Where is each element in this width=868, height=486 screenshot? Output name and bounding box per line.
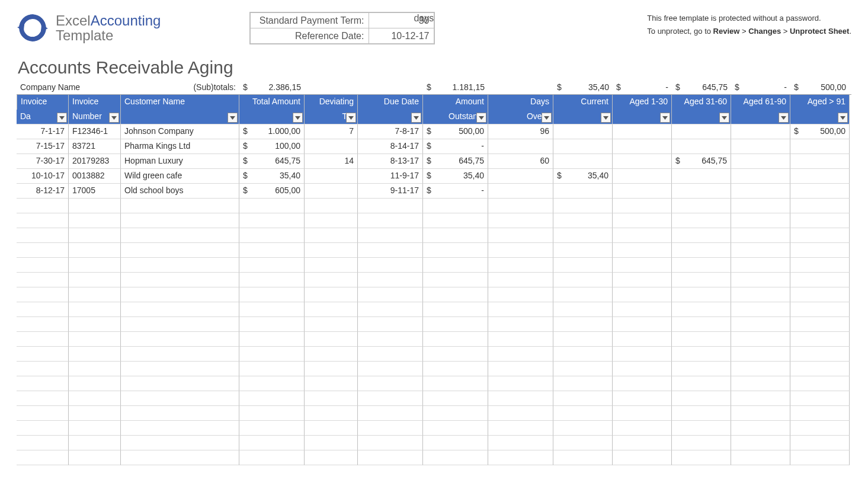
empty-cell[interactable] [613, 391, 672, 406]
empty-cell[interactable] [731, 273, 790, 287]
empty-cell[interactable] [423, 302, 488, 317]
cell-outstanding[interactable]: $35,40 [423, 169, 488, 184]
hdr2-c6[interactable]: Outstandi [423, 110, 488, 124]
filter-c5[interactable] [411, 113, 421, 123]
empty-cell[interactable] [358, 347, 423, 362]
empty-cell[interactable] [121, 406, 239, 421]
empty-cell[interactable] [305, 302, 358, 317]
cell-due-date[interactable]: 7-8-17 [358, 124, 423, 139]
empty-cell[interactable] [488, 258, 553, 273]
empty-cell[interactable] [358, 421, 423, 436]
empty-cell[interactable] [239, 436, 305, 450]
empty-cell[interactable] [358, 362, 423, 376]
empty-cell[interactable] [731, 406, 790, 421]
empty-cell[interactable] [423, 317, 488, 332]
empty-cell[interactable] [121, 317, 239, 332]
empty-cell[interactable] [121, 421, 239, 436]
empty-cell[interactable] [553, 362, 613, 376]
empty-cell[interactable] [305, 273, 358, 287]
empty-cell[interactable] [553, 436, 613, 450]
hdr2-c5[interactable] [358, 110, 423, 124]
empty-cell[interactable] [358, 258, 423, 273]
empty-cell[interactable] [121, 436, 239, 450]
empty-cell[interactable] [613, 406, 672, 421]
empty-cell[interactable] [358, 287, 423, 302]
empty-cell[interactable] [731, 450, 790, 465]
empty-cell[interactable] [305, 347, 358, 362]
empty-cell[interactable] [613, 302, 672, 317]
cell-customer[interactable]: Pharma Kings Ltd [121, 139, 239, 154]
cell-overdue[interactable] [488, 139, 553, 154]
empty-cell[interactable] [17, 228, 69, 243]
empty-cell[interactable] [731, 317, 790, 332]
empty-cell[interactable] [423, 406, 488, 421]
cell-current[interactable]: $35,40 [553, 169, 613, 184]
empty-cell[interactable] [121, 258, 239, 273]
filter-c1[interactable] [109, 113, 119, 123]
empty-cell[interactable] [553, 391, 613, 406]
cell-overdue[interactable]: 96 [488, 124, 553, 139]
empty-cell[interactable] [121, 213, 239, 228]
filter-c6[interactable] [476, 113, 486, 123]
empty-cell[interactable] [672, 258, 731, 273]
empty-cell[interactable] [672, 436, 731, 450]
cell-customer[interactable]: Wild green cafe [121, 169, 239, 184]
empty-cell[interactable] [553, 243, 613, 258]
empty-cell[interactable] [613, 317, 672, 332]
empty-cell[interactable] [790, 317, 850, 332]
empty-cell[interactable] [358, 317, 423, 332]
filter-c0[interactable] [57, 113, 67, 123]
empty-cell[interactable] [305, 213, 358, 228]
hdr-total-amount[interactable]: Total Amount [239, 95, 305, 110]
empty-cell[interactable] [613, 332, 672, 347]
empty-cell[interactable] [239, 450, 305, 465]
cell-invoice-number[interactable]: 17005 [69, 184, 121, 199]
hdr2-c7[interactable]: Overd [488, 110, 553, 124]
cell-deviating[interactable] [305, 139, 358, 154]
hdr2-c4[interactable]: Ter [305, 110, 358, 124]
empty-cell[interactable] [488, 273, 553, 287]
empty-cell[interactable] [731, 391, 790, 406]
empty-cell[interactable] [790, 362, 850, 376]
cell-outstanding[interactable]: $645,75 [423, 154, 488, 169]
empty-cell[interactable] [790, 213, 850, 228]
cell-current[interactable] [553, 184, 613, 199]
empty-cell[interactable] [613, 228, 672, 243]
empty-cell[interactable] [790, 406, 850, 421]
cell-aged-1-30[interactable] [613, 139, 672, 154]
empty-cell[interactable] [731, 213, 790, 228]
empty-cell[interactable] [731, 243, 790, 258]
hdr-aged-61-90[interactable]: Aged 61-90 [731, 95, 790, 110]
cell-aged-61-90[interactable] [731, 139, 790, 154]
cell-customer[interactable]: Hopman Luxury [121, 154, 239, 169]
cell-aged-31-60[interactable] [672, 124, 731, 139]
empty-cell[interactable] [239, 273, 305, 287]
empty-cell[interactable] [488, 421, 553, 436]
cell-current[interactable] [553, 124, 613, 139]
empty-cell[interactable] [790, 376, 850, 391]
filter-c8[interactable] [601, 113, 611, 123]
empty-cell[interactable] [553, 421, 613, 436]
empty-cell[interactable] [423, 421, 488, 436]
empty-cell[interactable] [672, 362, 731, 376]
empty-cell[interactable] [488, 347, 553, 362]
empty-cell[interactable] [423, 347, 488, 362]
empty-cell[interactable] [790, 347, 850, 362]
cell-due-date[interactable]: 11-9-17 [358, 169, 423, 184]
empty-cell[interactable] [672, 317, 731, 332]
empty-cell[interactable] [17, 347, 69, 362]
cell-aged-91[interactable] [790, 139, 850, 154]
empty-cell[interactable] [69, 332, 121, 347]
empty-cell[interactable] [69, 406, 121, 421]
empty-cell[interactable] [423, 199, 488, 213]
empty-cell[interactable] [613, 362, 672, 376]
empty-cell[interactable] [672, 376, 731, 391]
empty-cell[interactable] [17, 332, 69, 347]
cell-aged-61-90[interactable] [731, 124, 790, 139]
filter-c7[interactable] [542, 113, 552, 123]
cell-aged-1-30[interactable] [613, 154, 672, 169]
hdr-amount[interactable]: Amount [423, 95, 488, 110]
empty-cell[interactable] [305, 228, 358, 243]
empty-cell[interactable] [672, 273, 731, 287]
cell-aged-1-30[interactable] [613, 184, 672, 199]
